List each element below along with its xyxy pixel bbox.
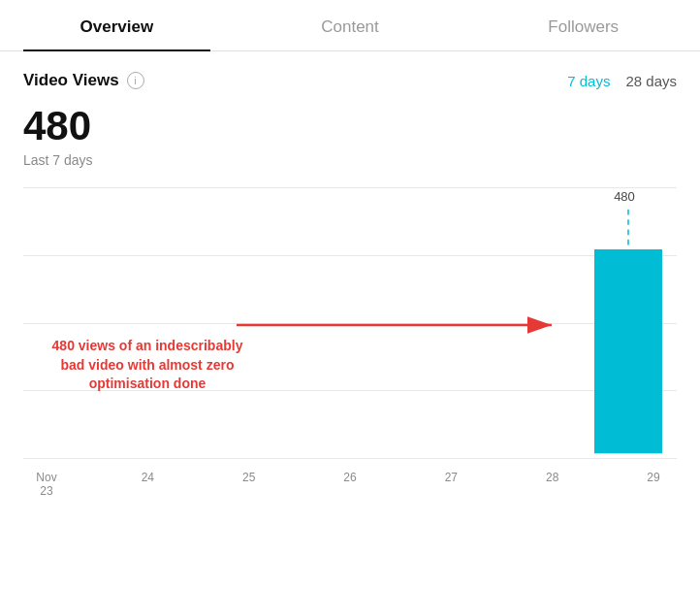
chart-container: 480 480 views of an indescribably bad vi… xyxy=(23,187,677,498)
main-content: Video Views i 7 days 28 days 480 Last 7 … xyxy=(0,51,700,513)
period-28days[interactable]: 28 days xyxy=(625,73,677,89)
x-label-5: 28 xyxy=(533,471,572,498)
annotation-arrow xyxy=(237,306,566,344)
tab-content[interactable]: Content xyxy=(234,0,467,50)
tab-followers[interactable]: Followers xyxy=(466,0,700,50)
x-label-6: 29 xyxy=(634,471,673,498)
stat-label: Last 7 days xyxy=(23,152,677,168)
tab-overview[interactable]: Overview xyxy=(0,0,234,50)
x-label-4: 27 xyxy=(431,471,470,498)
bar-value-label: 480 xyxy=(595,189,653,204)
period-buttons: 7 days 28 days xyxy=(567,73,677,89)
annotation-text: 480 views of an indescribably bad video … xyxy=(52,338,243,391)
title-group: Video Views i xyxy=(23,71,144,90)
x-label-3: 26 xyxy=(331,471,369,498)
info-icon[interactable]: i xyxy=(127,72,144,89)
tab-bar: Overview Content Followers xyxy=(0,0,700,51)
x-label-0: Nov 23 xyxy=(27,471,66,498)
x-label-1: 24 xyxy=(128,471,167,498)
bar-29 xyxy=(594,249,662,453)
x-label-2: 25 xyxy=(230,471,269,498)
section-header: Video Views i 7 days 28 days xyxy=(23,71,677,90)
stat-value: 480 xyxy=(23,106,677,147)
period-7days[interactable]: 7 days xyxy=(567,73,610,89)
x-axis: Nov 23 24 25 26 27 28 29 xyxy=(23,471,677,498)
section-title: Video Views xyxy=(23,71,119,90)
annotation: 480 views of an indescribably bad video … xyxy=(50,337,244,394)
